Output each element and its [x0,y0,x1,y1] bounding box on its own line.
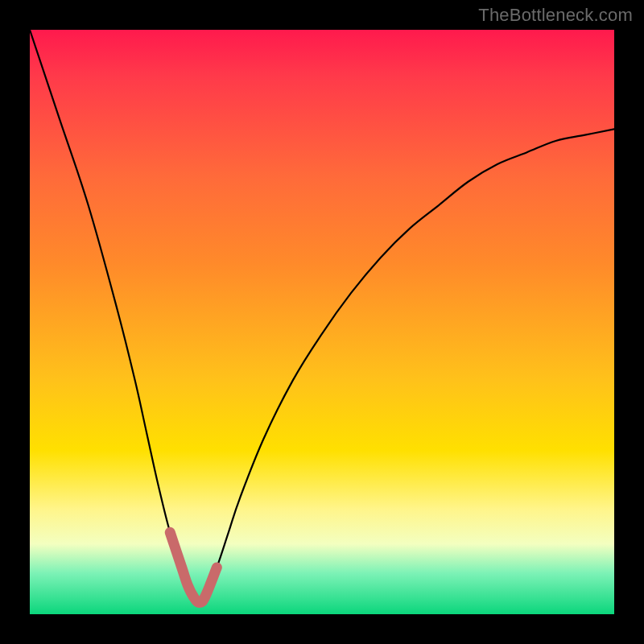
plot-area [30,30,614,614]
highlight-valley [170,532,217,602]
watermark-text: TheBottleneck.com [478,5,633,26]
chart-svg [30,30,614,614]
bottleneck-curve [30,30,614,602]
chart-frame: TheBottleneck.com [0,0,644,644]
